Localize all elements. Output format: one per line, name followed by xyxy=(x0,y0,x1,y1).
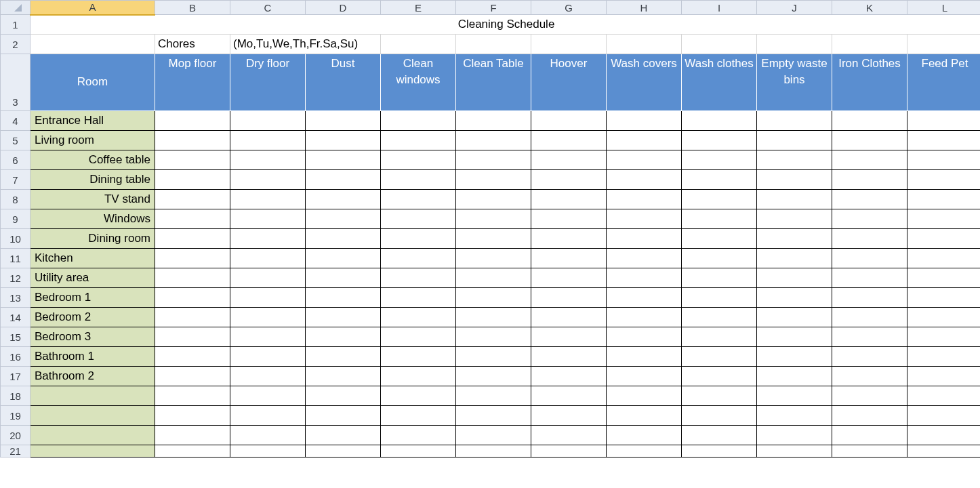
data-cell[interactable] xyxy=(907,268,981,288)
header-D[interactable]: Dust xyxy=(306,54,381,111)
cell-K2[interactable] xyxy=(832,35,907,54)
column-header-C[interactable]: C xyxy=(230,1,306,15)
data-cell[interactable] xyxy=(155,111,230,131)
header-G[interactable]: Hoover xyxy=(531,54,607,111)
data-cell[interactable] xyxy=(907,327,981,347)
row-header-4[interactable]: 4 xyxy=(1,111,30,131)
data-cell[interactable] xyxy=(230,347,306,367)
header-F[interactable]: Clean Table xyxy=(456,54,531,111)
data-cell[interactable] xyxy=(531,406,607,426)
data-cell[interactable] xyxy=(230,327,306,347)
data-cell[interactable] xyxy=(306,170,381,190)
row-header-20[interactable]: 20 xyxy=(1,426,30,445)
data-cell[interactable] xyxy=(607,111,682,131)
data-cell[interactable] xyxy=(907,406,981,426)
data-cell[interactable] xyxy=(607,170,682,190)
data-cell[interactable] xyxy=(907,386,981,406)
header-H[interactable]: Wash covers xyxy=(607,54,682,111)
data-cell[interactable] xyxy=(531,170,607,190)
data-cell[interactable] xyxy=(306,367,381,386)
select-all-corner[interactable] xyxy=(1,1,30,15)
cell-H2[interactable] xyxy=(607,35,682,54)
row-header-11[interactable]: 11 xyxy=(1,249,30,268)
data-cell[interactable] xyxy=(832,111,907,131)
room-cell[interactable]: Living room xyxy=(30,131,155,150)
data-cell[interactable] xyxy=(832,367,907,386)
header-I[interactable]: Wash clothes xyxy=(682,54,757,111)
data-cell[interactable] xyxy=(230,249,306,268)
header-A[interactable]: Room xyxy=(30,54,155,111)
data-cell[interactable] xyxy=(306,229,381,249)
data-cell[interactable] xyxy=(832,308,907,327)
data-cell[interactable] xyxy=(230,111,306,131)
data-cell[interactable] xyxy=(757,327,832,347)
data-cell[interactable] xyxy=(456,347,531,367)
data-cell[interactable] xyxy=(381,308,456,327)
data-cell[interactable] xyxy=(155,367,230,386)
data-cell[interactable] xyxy=(531,249,607,268)
data-cell[interactable] xyxy=(832,347,907,367)
data-cell[interactable] xyxy=(155,288,230,308)
data-cell[interactable] xyxy=(155,150,230,170)
header-C[interactable]: Dry floor xyxy=(230,54,306,111)
data-cell[interactable] xyxy=(381,209,456,229)
row-header-15[interactable]: 15 xyxy=(1,327,30,347)
data-cell[interactable] xyxy=(907,367,981,386)
cell-I2[interactable] xyxy=(682,35,757,54)
room-cell[interactable]: Windows xyxy=(30,209,155,229)
data-cell[interactable] xyxy=(832,406,907,426)
data-cell[interactable] xyxy=(456,308,531,327)
data-cell[interactable] xyxy=(456,229,531,249)
data-cell[interactable] xyxy=(832,426,907,445)
data-cell[interactable] xyxy=(832,229,907,249)
data-cell[interactable] xyxy=(531,426,607,445)
row-header-16[interactable]: 16 xyxy=(1,347,30,367)
column-header-F[interactable]: F xyxy=(456,1,531,15)
data-cell[interactable] xyxy=(381,426,456,445)
data-cell[interactable] xyxy=(757,347,832,367)
data-cell[interactable] xyxy=(456,367,531,386)
row-header-8[interactable]: 8 xyxy=(1,190,30,209)
data-cell[interactable] xyxy=(757,209,832,229)
data-cell[interactable] xyxy=(306,426,381,445)
data-cell[interactable] xyxy=(456,150,531,170)
room-cell[interactable] xyxy=(30,406,155,426)
data-cell[interactable] xyxy=(531,268,607,288)
data-cell[interactable] xyxy=(230,445,306,458)
column-header-D[interactable]: D xyxy=(306,1,381,15)
data-cell[interactable] xyxy=(607,190,682,209)
data-cell[interactable] xyxy=(381,150,456,170)
data-cell[interactable] xyxy=(682,150,757,170)
data-cell[interactable] xyxy=(531,347,607,367)
row-header-9[interactable]: 9 xyxy=(1,209,30,229)
data-cell[interactable] xyxy=(607,386,682,406)
data-cell[interactable] xyxy=(757,308,832,327)
data-cell[interactable] xyxy=(531,386,607,406)
row-header-6[interactable]: 6 xyxy=(1,150,30,170)
data-cell[interactable] xyxy=(832,445,907,458)
column-header-I[interactable]: I xyxy=(682,1,757,15)
column-header-E[interactable]: E xyxy=(381,1,456,15)
header-K[interactable]: Iron Clothes xyxy=(832,54,907,111)
data-cell[interactable] xyxy=(682,327,757,347)
data-cell[interactable] xyxy=(907,170,981,190)
data-cell[interactable] xyxy=(682,386,757,406)
data-cell[interactable] xyxy=(456,327,531,347)
data-cell[interactable] xyxy=(832,190,907,209)
data-cell[interactable] xyxy=(757,386,832,406)
data-cell[interactable] xyxy=(230,288,306,308)
data-cell[interactable] xyxy=(531,445,607,458)
room-cell[interactable]: Dining table xyxy=(30,170,155,190)
data-cell[interactable] xyxy=(306,249,381,268)
data-cell[interactable] xyxy=(682,268,757,288)
column-header-L[interactable]: L xyxy=(907,1,981,15)
room-cell[interactable]: Bathroom 2 xyxy=(30,367,155,386)
data-cell[interactable] xyxy=(155,426,230,445)
data-cell[interactable] xyxy=(230,386,306,406)
data-cell[interactable] xyxy=(155,308,230,327)
data-cell[interactable] xyxy=(531,229,607,249)
data-cell[interactable] xyxy=(531,308,607,327)
data-cell[interactable] xyxy=(907,288,981,308)
data-cell[interactable] xyxy=(155,445,230,458)
room-cell[interactable]: Bedroom 3 xyxy=(30,327,155,347)
